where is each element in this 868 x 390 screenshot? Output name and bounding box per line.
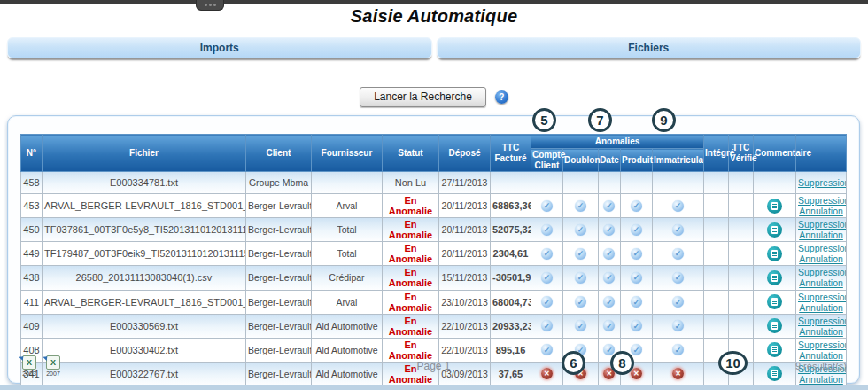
cell-verifie bbox=[729, 172, 754, 194]
tab-fichiers-label: Fichiers bbox=[628, 42, 669, 54]
cell-anomaly-compte-client: ✓ bbox=[531, 314, 562, 338]
callout-10: 10 bbox=[718, 351, 748, 375]
anomaly-ok-icon: ✓ bbox=[631, 296, 642, 308]
suppression-link[interactable]: Suppression bbox=[798, 292, 844, 302]
anomaly-ok-icon: ✓ bbox=[631, 320, 642, 332]
cell-client: Berger-Levrault bbox=[245, 218, 311, 242]
suppression-link[interactable]: Suppression bbox=[798, 177, 844, 188]
cell-anomaly-doublon: ✓ bbox=[562, 242, 598, 266]
annulation-link[interactable]: Annulation bbox=[798, 230, 844, 240]
col-compte-client: Compte Client bbox=[531, 149, 562, 172]
annulation-link[interactable]: Annulation bbox=[798, 326, 844, 337]
cell-integre bbox=[704, 266, 729, 290]
annulation-link[interactable]: Annulation bbox=[798, 277, 844, 288]
cell-ttc bbox=[490, 172, 531, 194]
cell-anomaly-date bbox=[598, 172, 620, 194]
comment-icon[interactable] bbox=[767, 270, 782, 285]
cell-actions: SuppressionAnnulation bbox=[796, 314, 847, 338]
cell-actions: SuppressionAnnulation bbox=[796, 266, 847, 290]
cell-anomaly-compte-client: ✓ bbox=[531, 266, 562, 290]
export-2003-label: 2003 bbox=[20, 370, 38, 377]
launch-search-button[interactable]: Lancer la Recherche bbox=[360, 87, 486, 107]
suppression-link[interactable]: Suppression bbox=[798, 339, 844, 350]
suppression-link[interactable]: Suppression bbox=[798, 267, 844, 277]
cell-depose: 27/11/2013 bbox=[438, 172, 490, 194]
callout-9: 9 bbox=[652, 108, 676, 132]
col-produit: Produit bbox=[620, 149, 652, 172]
search-row: Lancer la Recherche ? bbox=[0, 87, 868, 107]
cell-anomaly-date: ✓ bbox=[598, 290, 620, 314]
annulation-link[interactable]: Annulation bbox=[798, 206, 844, 216]
cell-anomaly-date: ✓ bbox=[598, 266, 620, 290]
export-2007-label: 2007 bbox=[44, 370, 62, 377]
anomaly-ok-icon: ✓ bbox=[603, 224, 615, 236]
cell-client: Groupe Mbma bbox=[245, 172, 311, 194]
cell-anomaly-compte-client: ✓ bbox=[531, 194, 562, 218]
cell-verifie bbox=[729, 194, 754, 218]
cell-integre bbox=[704, 314, 729, 338]
cell-num: 453 bbox=[20, 194, 42, 218]
export-excel-2007-icon[interactable]: X 2007 bbox=[44, 355, 62, 377]
cell-anomaly-immatriculation: ✓ bbox=[652, 242, 703, 266]
annulation-link[interactable]: Annulation bbox=[798, 302, 844, 313]
cell-fournisseur: Arval bbox=[311, 194, 382, 218]
col-client: Client bbox=[245, 135, 311, 172]
export-excel-2003-icon[interactable]: X 2003 bbox=[20, 355, 38, 377]
cell-commentaire bbox=[754, 266, 796, 290]
cell-anomaly-date: ✓ bbox=[598, 242, 620, 266]
suppression-link[interactable]: Suppression bbox=[798, 219, 844, 230]
comment-icon[interactable] bbox=[767, 222, 782, 238]
anomaly-ok-icon: ✓ bbox=[575, 248, 586, 260]
col-immatriculation: Immatriculation bbox=[652, 149, 703, 172]
cell-commentaire bbox=[754, 218, 796, 242]
comment-icon[interactable] bbox=[767, 246, 782, 261]
anomaly-ok-icon: ✓ bbox=[541, 248, 553, 260]
anomaly-ok-icon: ✓ bbox=[631, 248, 642, 260]
cell-anomaly-doublon: ✓ bbox=[562, 290, 598, 314]
cell-num: 458 bbox=[20, 172, 42, 194]
cell-fournisseur: Ald Automotive bbox=[311, 314, 382, 338]
callout-5: 5 bbox=[532, 108, 556, 132]
tab-fichiers[interactable]: Fichiers bbox=[437, 37, 862, 58]
table-row: 409E000330569.txtBerger-LevraultAld Auto… bbox=[20, 314, 846, 338]
cell-client: Berger-Levrault bbox=[245, 194, 311, 218]
cell-anomaly-immatriculation: ✓ bbox=[652, 290, 703, 314]
comment-icon[interactable] bbox=[767, 294, 782, 309]
anomaly-ok-icon: ✓ bbox=[541, 200, 553, 212]
comment-icon[interactable] bbox=[767, 318, 782, 333]
cell-anomaly-doublon: ✓ bbox=[562, 218, 598, 242]
cell-verifie bbox=[729, 266, 754, 290]
cell-commentaire bbox=[754, 242, 796, 266]
cell-anomaly-doublon: ✓ bbox=[562, 266, 598, 290]
col-group-anomalies: Anomalies bbox=[531, 135, 703, 149]
anomaly-ok-icon: ✓ bbox=[672, 248, 684, 260]
suppression-link[interactable]: Suppression bbox=[798, 243, 844, 254]
help-icon[interactable]: ? bbox=[495, 90, 508, 104]
cell-anomaly-immatriculation: ✓ bbox=[652, 314, 703, 338]
cell-commentaire bbox=[754, 194, 796, 218]
cell-depose: 15/11/2013 bbox=[438, 266, 490, 290]
bottom-strip bbox=[0, 385, 868, 390]
cell-fournisseur: Total bbox=[311, 242, 382, 266]
anomaly-ok-icon: ✓ bbox=[603, 296, 615, 308]
callout-8: 8 bbox=[610, 351, 634, 375]
cell-actions: SuppressionAnnulation bbox=[796, 242, 847, 266]
cell-verifie bbox=[729, 218, 754, 242]
anomaly-ok-icon: ✓ bbox=[541, 296, 553, 308]
annulation-link[interactable]: Annulation bbox=[798, 254, 844, 264]
cell-ttc: 20933,23 bbox=[490, 314, 531, 338]
suppression-link[interactable]: Suppression bbox=[798, 195, 844, 206]
tab-imports[interactable]: Imports bbox=[7, 37, 432, 58]
cell-anomaly-compte-client bbox=[531, 172, 562, 194]
cell-fournisseur: Crédipar bbox=[311, 266, 382, 290]
anomaly-ok-icon: ✓ bbox=[575, 200, 586, 212]
cell-num: 411 bbox=[20, 290, 42, 314]
cell-anomaly-immatriculation: ✓ bbox=[652, 218, 703, 242]
cell-fichier: ARVAL_BERGER-LEVRAULT_1816_STD001_201310… bbox=[42, 194, 245, 218]
cell-statut: Non Lu bbox=[382, 172, 438, 194]
cell-anomaly-doublon: ✓ bbox=[562, 314, 598, 338]
col-ttc-verifie: TTC Vérifié bbox=[729, 135, 754, 172]
col-fournisseur: Fournisseur bbox=[311, 135, 382, 172]
suppression-link[interactable]: Suppression bbox=[798, 316, 844, 326]
comment-icon[interactable] bbox=[767, 199, 782, 214]
